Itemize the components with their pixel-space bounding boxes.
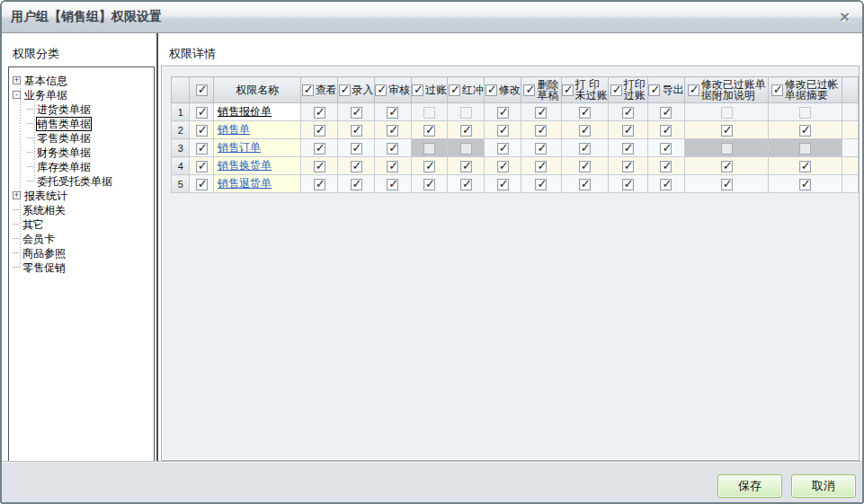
- checkbox-modify[interactable]: [497, 179, 509, 190]
- checkbox-reverse[interactable]: [460, 179, 472, 190]
- checkbox-view[interactable]: [314, 125, 325, 137]
- checkbox-post[interactable]: [423, 179, 435, 190]
- col-checkbox-modify-posted-summary[interactable]: [771, 84, 783, 96]
- checkbox-post[interactable]: [423, 161, 435, 172]
- col-checkbox-print-posted[interactable]: [610, 84, 622, 96]
- tree-item-business-docs[interactable]: -业务单据: [13, 87, 67, 102]
- checkbox-modify-posted-note[interactable]: [721, 125, 733, 137]
- tree-item-label[interactable]: 销售类单据: [37, 118, 91, 130]
- checkbox-modify-posted-summary[interactable]: [799, 161, 811, 172]
- checkbox-print-unposted[interactable]: [579, 107, 591, 119]
- col-checkbox-entry[interactable]: [339, 84, 351, 96]
- row-select-checkbox[interactable]: [196, 143, 208, 155]
- checkbox-audit[interactable]: [387, 143, 398, 155]
- col-checkbox-delete-draft[interactable]: [523, 84, 535, 96]
- checkbox-print-unposted[interactable]: [579, 161, 591, 172]
- checkbox-print-unposted[interactable]: [579, 179, 591, 190]
- checkbox-modify-posted-summary[interactable]: [799, 143, 811, 155]
- tree-item-other[interactable]: 其它: [13, 217, 44, 231]
- row-select-checkbox[interactable]: [196, 125, 208, 137]
- row-select-checkbox[interactable]: [196, 107, 208, 119]
- checkbox-print-posted[interactable]: [622, 107, 634, 119]
- permission-name-link[interactable]: 销售单: [218, 123, 250, 136]
- tree-item-label[interactable]: 财务类单据: [37, 146, 91, 159]
- save-button[interactable]: 保存: [717, 474, 782, 498]
- checkbox-modify-posted-note[interactable]: [721, 179, 733, 190]
- checkbox-reverse[interactable]: [460, 161, 472, 172]
- checkbox-modify-posted-note[interactable]: [721, 107, 733, 119]
- checkbox-entry[interactable]: [351, 107, 362, 119]
- col-checkbox-post[interactable]: [412, 84, 423, 96]
- checkbox-reverse[interactable]: [460, 107, 472, 119]
- checkbox-delete-draft[interactable]: [535, 161, 547, 172]
- checkbox-view[interactable]: [314, 107, 325, 119]
- table-row[interactable]: 5销售退货单: [172, 175, 859, 193]
- checkbox-print-unposted[interactable]: [579, 143, 591, 155]
- checkbox-export[interactable]: [660, 143, 672, 155]
- checkbox-reverse[interactable]: [460, 125, 472, 137]
- tree-item-label[interactable]: 会员卡: [22, 233, 55, 245]
- col-checkbox-export[interactable]: [648, 84, 660, 96]
- checkbox-modify-posted-note[interactable]: [721, 161, 733, 172]
- checkbox-entry[interactable]: [351, 143, 362, 155]
- tree-item-label[interactable]: 委托受托类单据: [37, 175, 112, 188]
- checkbox-export[interactable]: [660, 125, 672, 137]
- tree-item-inventory-docs[interactable]: 库存类单据: [27, 159, 91, 173]
- tree-item-report-stats[interactable]: +报表统计: [13, 188, 67, 202]
- tree-item-label[interactable]: 库存类单据: [37, 161, 91, 173]
- tree-item-basic-info[interactable]: +基本信息: [13, 73, 67, 87]
- checkbox-delete-draft[interactable]: [535, 125, 547, 137]
- tree-item-retail-promotion[interactable]: 零售促销: [13, 260, 66, 274]
- select-all-checkbox[interactable]: [196, 84, 208, 96]
- checkbox-modify-posted-summary[interactable]: [799, 179, 811, 190]
- checkbox-entry[interactable]: [351, 161, 362, 172]
- tree-item-label[interactable]: 进货类单据: [37, 103, 91, 116]
- tree-item-label[interactable]: 其它: [22, 218, 44, 231]
- checkbox-modify[interactable]: [497, 107, 509, 119]
- checkbox-post[interactable]: [423, 125, 435, 137]
- tree-item-finance-docs[interactable]: 财务类单据: [27, 145, 91, 159]
- col-checkbox-audit[interactable]: [375, 84, 387, 96]
- col-checkbox-modify[interactable]: [485, 84, 497, 96]
- checkbox-export[interactable]: [660, 107, 672, 119]
- checkbox-print-posted[interactable]: [622, 161, 634, 172]
- tree-item-system-related[interactable]: 系统相关: [13, 202, 66, 217]
- checkbox-modify-posted-summary[interactable]: [799, 107, 811, 119]
- tree-item-label[interactable]: 基本信息: [24, 75, 67, 87]
- col-checkbox-print-unposted[interactable]: [562, 84, 574, 96]
- tree-item-label[interactable]: 报表统计: [24, 190, 67, 202]
- tree-item-label[interactable]: 系统相关: [22, 204, 66, 217]
- row-select-checkbox[interactable]: [196, 161, 208, 172]
- checkbox-view[interactable]: [314, 143, 325, 155]
- checkbox-export[interactable]: [660, 179, 672, 190]
- table-row[interactable]: 4销售换货单: [172, 157, 859, 175]
- checkbox-view[interactable]: [314, 179, 325, 190]
- checkbox-post[interactable]: [423, 107, 435, 119]
- checkbox-view[interactable]: [314, 161, 325, 172]
- expand-plus-icon[interactable]: +: [13, 76, 21, 84]
- col-checkbox-modify-posted-note[interactable]: [688, 84, 699, 96]
- checkbox-entry[interactable]: [351, 179, 362, 190]
- tree-item-label[interactable]: 零售促销: [22, 261, 66, 274]
- checkbox-export[interactable]: [660, 161, 672, 172]
- checkbox-reverse[interactable]: [460, 143, 472, 155]
- checkbox-modify-posted-note[interactable]: [721, 143, 733, 155]
- permission-name-link[interactable]: 销售退货单: [218, 177, 272, 190]
- tree-item-label[interactable]: 零售类单据: [37, 132, 91, 145]
- checkbox-modify[interactable]: [497, 161, 509, 172]
- table-row[interactable]: 2销售单: [172, 121, 859, 139]
- checkbox-delete-draft[interactable]: [535, 179, 547, 190]
- checkbox-entry[interactable]: [351, 125, 362, 137]
- expand-plus-icon[interactable]: +: [13, 191, 21, 199]
- tree-item-member-card[interactable]: 会员卡: [13, 231, 55, 245]
- checkbox-modify[interactable]: [497, 125, 509, 137]
- checkbox-audit[interactable]: [387, 179, 398, 190]
- checkbox-print-posted[interactable]: [622, 143, 634, 155]
- checkbox-delete-draft[interactable]: [535, 143, 547, 155]
- cancel-button[interactable]: 取消: [791, 474, 856, 498]
- checkbox-delete-draft[interactable]: [535, 107, 547, 119]
- row-select-checkbox[interactable]: [196, 179, 208, 190]
- tree-item-goods-reference[interactable]: 商品参照: [13, 245, 66, 260]
- close-icon[interactable]: ×: [840, 5, 850, 29]
- permission-name-link[interactable]: 销售订单: [218, 141, 261, 154]
